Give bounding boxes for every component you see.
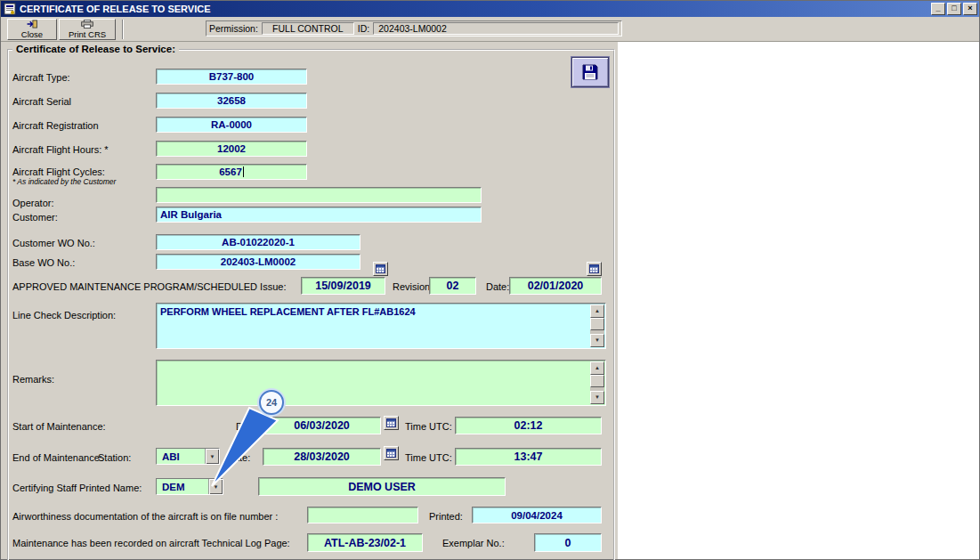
printer-icon [80, 20, 94, 28]
start-date-field[interactable]: 06/03/2020 [263, 417, 381, 434]
print-crs-button-label: Print CRS [69, 29, 106, 39]
close-window-button[interactable]: × [963, 3, 977, 15]
exit-icon [26, 20, 38, 28]
revision-field[interactable]: 02 [429, 277, 476, 295]
flight-cycles-field[interactable]: 6567 [156, 164, 307, 180]
aircraft-type-field[interactable]: B737-800 [156, 69, 307, 85]
end-time-label: Time UTC: [405, 452, 452, 463]
start-maintenance-label: Start of Maintenance: [12, 421, 106, 432]
aircraft-registration-field[interactable]: RA-0000 [156, 117, 307, 133]
chevron-down-icon[interactable] [208, 479, 223, 494]
station-label: Station: [98, 452, 131, 463]
start-time-label: Time UTC: [405, 421, 452, 432]
station-combo[interactable]: ABI [156, 448, 220, 465]
flight-cycles-value: 6567 [219, 166, 242, 177]
toolbar-separator [122, 20, 124, 39]
customer-wo-field[interactable]: AB-01022020-1 [156, 234, 360, 250]
base-wo-field[interactable]: 202403-LM0002 [156, 254, 360, 270]
flight-hours-label: Aircraft Flight Hours: * [12, 144, 109, 155]
flight-cycles-label: Aircraft Flight Cycles: [12, 166, 105, 177]
revision-label: Revision: [393, 281, 433, 292]
calendar-icon [386, 449, 396, 458]
end-time-field[interactable]: 13:47 [455, 448, 602, 466]
amp-date-calendar-button[interactable] [587, 262, 602, 276]
maximize-button[interactable]: □ [947, 3, 961, 15]
flight-hours-field[interactable]: 12002 [156, 141, 307, 157]
chevron-down-icon[interactable] [205, 449, 219, 464]
aircraft-serial-field[interactable]: 32658 [156, 93, 307, 109]
start-time-field[interactable]: 02:12 [455, 417, 602, 434]
techlog-field[interactable]: ATL-AB-23/02-1 [307, 533, 423, 552]
certifying-staff-combo[interactable]: DEM [156, 478, 223, 495]
end-date-field[interactable]: 28/03/2020 [263, 448, 381, 466]
end-date-calendar-button[interactable] [384, 446, 399, 460]
scroll-thumb[interactable] [590, 318, 604, 330]
customer-wo-label: Customer WO No.: [12, 238, 95, 248]
app-window: CERTIFICATE OF RELEASE TO SERVICE _ □ × … [0, 0, 980, 560]
close-button-label: Close [21, 29, 43, 39]
line-check-scrollbar[interactable] [590, 304, 604, 347]
scroll-up-icon[interactable] [590, 361, 604, 375]
certifying-staff-label: Certifying Staff Printed Name: [12, 483, 142, 493]
remarks-label: Remarks: [12, 374, 54, 385]
close-button[interactable]: Close [7, 19, 57, 40]
mdi-background [618, 42, 979, 559]
start-date-calendar-button[interactable] [384, 416, 399, 430]
customer-label: Customer: [12, 212, 58, 223]
amp-issue-field[interactable]: 15/09/2019 [301, 277, 385, 295]
line-check-label: Line Check Description: [12, 310, 116, 321]
end-maintenance-label: End of Maintenance: [12, 452, 102, 463]
calendar-icon [589, 264, 599, 273]
customer-note: * As indicated by the Customer [12, 177, 116, 186]
minimize-button[interactable]: _ [931, 3, 945, 15]
aircraft-registration-label: Aircraft Registration [12, 120, 99, 131]
operator-label: Operator: [12, 198, 53, 208]
app-icon [4, 3, 16, 15]
calendar-icon [376, 264, 385, 273]
aircraft-type-label: Aircraft Type: [12, 72, 70, 83]
exemplar-field[interactable]: 0 [534, 533, 602, 552]
station-value: ABI [157, 449, 205, 464]
aircraft-serial-label: Aircraft Serial [12, 96, 71, 107]
printed-date-field[interactable]: 09/04/2024 [472, 507, 602, 523]
certifying-name-field[interactable]: DEMO USER [258, 477, 506, 496]
groupbox-title: Certificate of Release to Service: [12, 44, 179, 54]
start-date-label: Date: [236, 421, 259, 432]
scroll-down-icon[interactable] [590, 334, 604, 347]
line-check-text: PERFORM WHEEL REPLACEMENT AFTER FL#AB162… [160, 306, 587, 317]
calendar-icon [386, 418, 396, 427]
end-date-label: Date: [227, 452, 250, 463]
amp-date-label: Date: [486, 281, 509, 292]
toolbar: Close Print CRS Permission: FULL CONTROL… [1, 17, 979, 42]
customer-field[interactable]: AIR Bulgaria [156, 207, 482, 223]
permission-value: FULL CONTROL [262, 22, 354, 35]
remarks-scrollbar[interactable] [590, 361, 604, 404]
scroll-thumb[interactable] [590, 375, 604, 387]
base-wo-label: Base WO No.: [12, 257, 75, 268]
id-value: 202403-LM0002 [373, 22, 619, 35]
scroll-down-icon[interactable] [590, 391, 604, 404]
airworthiness-file-field[interactable] [307, 507, 418, 523]
save-button[interactable] [571, 57, 609, 87]
amp-issue-calendar-button[interactable] [373, 262, 388, 276]
save-floppy-icon [581, 63, 599, 81]
text-caret [243, 166, 244, 177]
line-check-textarea[interactable]: PERFORM WHEEL REPLACEMENT AFTER FL#AB162… [156, 303, 606, 349]
exemplar-label: Exemplar No.: [442, 538, 505, 548]
airworthiness-label: Airworthiness documentation of the aircr… [12, 511, 278, 522]
print-crs-button[interactable]: Print CRS [59, 19, 116, 40]
id-label: ID: [358, 23, 369, 34]
printed-label: Printed: [429, 511, 463, 522]
amp-label: APPROVED MAINTENANCE PROGRAM/SCHEDULED I… [12, 281, 286, 292]
certifying-code-value: DEM [157, 479, 208, 494]
operator-field[interactable] [156, 187, 482, 203]
permission-label: Permission: [209, 23, 258, 34]
title-bar: CERTIFICATE OF RELEASE TO SERVICE _ □ × [1, 1, 979, 17]
window-title: CERTIFICATE OF RELEASE TO SERVICE [20, 4, 211, 14]
amp-date-field[interactable]: 02/01/2020 [509, 277, 602, 295]
techlog-label: Maintenance has been recorded on aircraf… [12, 538, 290, 548]
remarks-textarea[interactable] [156, 360, 606, 406]
permission-panel: Permission: FULL CONTROL ID: 202403-LM00… [206, 20, 622, 37]
scroll-up-icon[interactable] [590, 304, 604, 318]
